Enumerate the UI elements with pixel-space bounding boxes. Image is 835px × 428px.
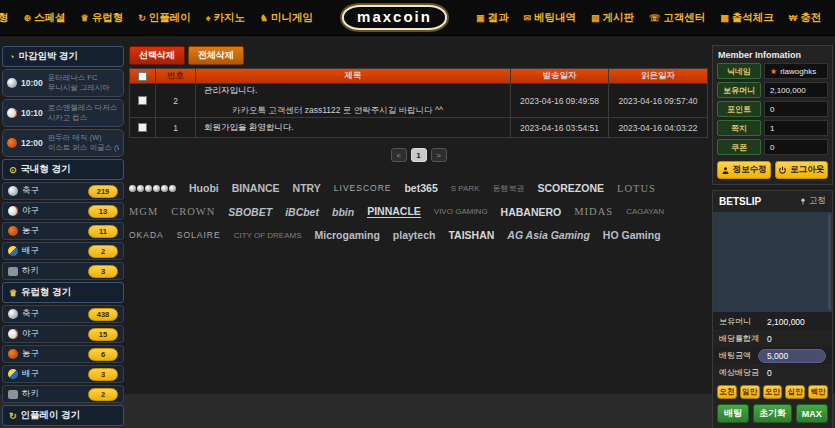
table-row: 2 관리자입니다. 카카오톡 고객센터 zass1122 로 연락주시길 바랍니… [130,84,707,118]
nav-item-casino[interactable]: ♠카지노 [206,11,245,25]
quick-amount-100000-button[interactable]: 십만 [785,385,805,399]
logout-button[interactable]: 로그아웃 [775,161,829,179]
betslip-amount-row: 배팅금액 [713,347,832,364]
button-label: 정보수정 [733,164,767,176]
column-title: 제목 [196,69,511,83]
sidebar-sport-basketball[interactable]: 농구6 [2,345,124,363]
next-page-button[interactable]: > [431,148,447,162]
nav-item-domestic[interactable]: ◉국내형 [0,11,9,25]
select-all-checkbox[interactable] [138,72,147,81]
odds-total-value: 0 [767,334,772,344]
closing-match-item[interactable]: 12:00 판두라 매직 (W)이스트 퍼스 이글스 (W) [2,129,124,157]
message-title[interactable]: 관리자입니다. [204,85,257,97]
sport-label: 축구 [22,308,84,320]
nav-item-inplay[interactable]: ↻인플레이 [138,11,191,25]
edit-info-button[interactable]: 정보수정 [717,161,771,179]
count-badge: 2 [88,388,118,401]
betslip-money-row: 보유머니 2,100,000 [713,313,832,330]
betslip-title: BETSLIP [719,196,761,207]
sidebar-sport-hockey[interactable]: 하키2 [2,385,124,403]
sidebar-sport-soccer[interactable]: 축구438 [2,305,124,323]
vivo-gaming-logo: VIVO GAMING [434,207,488,216]
domestic-games-header[interactable]: ⊙국내형 경기 [2,159,124,180]
bet-amount-input[interactable] [758,349,826,363]
nav-label: 충전 [800,11,821,25]
row-checkbox[interactable] [138,96,147,105]
nav-item-bet-history[interactable]: ✉베팅내역 [523,11,576,25]
prev-page-button[interactable]: < [391,148,407,162]
replay-icon: ↻ [138,13,146,23]
sidebar-sport-volleyball[interactable]: 배구3 [2,365,124,383]
column-no: 번호 [156,69,196,83]
sidebar-sport-hockey[interactable]: 하키3 [2,262,124,280]
current-page-button[interactable]: 1 [411,148,427,162]
mgm-logo: MGM [129,206,158,217]
quick-amount-50000-button[interactable]: 오만 [763,385,783,399]
nav-item-results[interactable]: ▣결과 [476,11,509,25]
cagayan-logo: CAGAYAN [626,207,664,216]
nav-label: 유럽형 [92,11,124,25]
sidebar-sport-basketball[interactable]: 농구11 [2,222,124,240]
bet-button[interactable]: 배팅 [717,404,749,423]
match-time: 12:00 [21,138,43,148]
okada-logo: OKADA [129,230,164,240]
sport-label: 농구 [22,348,84,360]
message-body[interactable]: 카카오톡 고객센터 zass1122 로 연락주시길 바랍니다 ^^ [232,105,443,117]
delete-all-button[interactable]: 전체삭제 [188,46,244,65]
solaire-logo: SOLAIRE [177,230,221,240]
quick-amount-5000-button[interactable]: 오천 [717,385,737,399]
column-sent-date: 발송일자 [511,69,609,83]
row-checkbox[interactable] [138,123,147,132]
message-no: 1 [156,118,196,137]
team-name: 로스앤젤레스 다저스 [48,103,118,113]
member-info-panel: Member Infomation 닉네임 ★rlawoghks 보유머니 2,… [712,45,833,185]
money-value: 2,100,000 [764,82,828,98]
nav-label: 게시판 [603,11,635,25]
european-games-header[interactable]: ♛유럽형 경기 [2,282,124,303]
field-label: 보유머니 [717,82,761,98]
field-label: 쿠폰 [717,139,761,155]
closing-match-item[interactable]: 10:00 푼타레나스 FC무니시팔 그레시아 [2,69,124,97]
match-time: 10:10 [21,108,43,118]
count-badge: 438 [88,308,118,321]
nav-item-deposit[interactable]: ₩충전 [789,11,822,25]
scrollbar-thumb[interactable] [828,214,831,310]
sidebar-sport-volleyball[interactable]: 배구2 [2,242,124,260]
replay-icon: ↻ [9,411,17,421]
delete-selected-button[interactable]: 선택삭제 [129,46,185,65]
nav-item-attendance[interactable]: ▦출석체크 [720,11,774,25]
powerball-balls-icon [129,185,176,192]
count-badge: 11 [88,225,118,238]
quick-amount-1000000-button[interactable]: 백만 [808,385,828,399]
headset-icon: ☏ [649,13,660,23]
section-title: 인플레이 경기 [21,409,81,422]
betslip-odds-row: 배당률합계 0 [713,330,832,347]
message-title[interactable]: 회원가입을 환영합니다. [204,122,294,134]
logo-row-1: Huobi BINANCE NTRY LIVESCORE bet365 S PA… [129,182,708,194]
quick-amount-10000-button[interactable]: 일만 [740,385,760,399]
scorezone-logo: SCOREZONE [537,182,604,194]
section-title: 마감임박 경기 [18,50,78,63]
member-info-title: Member Infomation [713,46,832,63]
page-root: ◉국내형 ⊕스페셜 ♛유럽형 ↻인플레이 ♠카지노 ♞미니게임 maxcoin … [0,0,835,428]
crown-logo: CROWN [171,206,215,217]
team-name: 시카고 컵스 [48,113,118,123]
reset-button[interactable]: 초기화 [753,404,791,423]
sidebar-sport-soccer[interactable]: 축구219 [2,182,124,200]
member-row-coupons: 쿠폰 0 [717,139,828,155]
read-date: 2023-04-16 04:03:22 [609,118,707,137]
nav-item-european[interactable]: ♛유럽형 [81,11,124,25]
money-value: 2,100,000 [767,317,805,327]
sidebar-sport-baseball[interactable]: 야구15 [2,325,124,343]
inplay-games-header[interactable]: ↻인플레이 경기 [2,405,124,426]
message-no: 2 [156,84,196,117]
nav-item-minigame[interactable]: ♞미니게임 [260,11,313,25]
nav-item-board[interactable]: ▤게시판 [591,11,634,25]
sport-label: 축구 [22,185,84,197]
max-button[interactable]: MAX [796,404,828,423]
closing-match-item[interactable]: 10:10 로스앤젤레스 다저스시카고 컵스 [2,99,124,127]
nav-item-special[interactable]: ⊕스페셜 [24,11,66,25]
nav-item-support[interactable]: ☏고객센터 [649,11,705,25]
pin-toggle[interactable]: 고정 [799,195,826,207]
sidebar-sport-baseball[interactable]: 야구13 [2,202,124,220]
